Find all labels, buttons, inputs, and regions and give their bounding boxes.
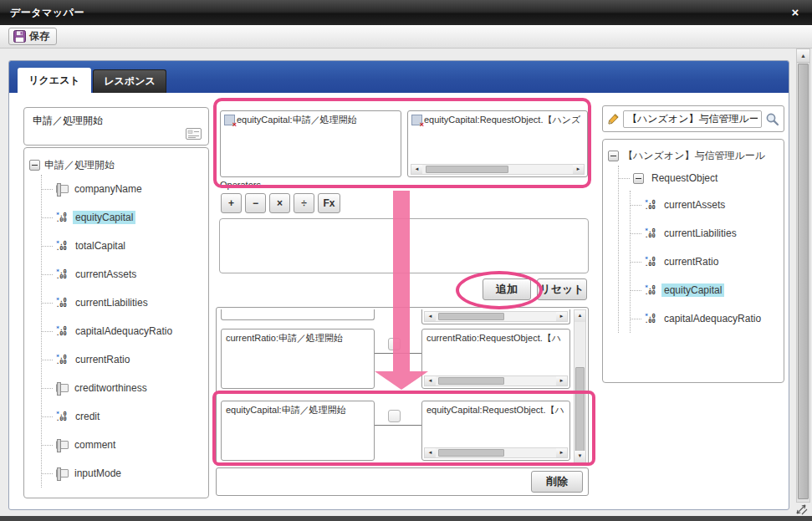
- mapping-checkbox[interactable]: [388, 410, 401, 422]
- scroll-left-icon[interactable]: ◄: [425, 376, 436, 386]
- scrollbar-track[interactable]: [436, 312, 556, 321]
- tree-item-label: capitalAdequacyRatio: [73, 324, 175, 338]
- scroll-right-icon[interactable]: ►: [573, 165, 584, 174]
- delete-row-box: 削除: [216, 467, 589, 496]
- tree-item-credit[interactable]: *.0.00credit: [42, 402, 203, 431]
- horizontal-scrollbar[interactable]: ◄►: [424, 447, 568, 458]
- tree-item-label: capitalAdequacyRatio: [661, 312, 763, 325]
- reset-button[interactable]: リセット: [537, 278, 587, 300]
- tree-item-inputMode[interactable]: inputMode: [42, 459, 203, 488]
- mapping-source-box-partial: [221, 309, 375, 320]
- number-type-icon: *.0.00: [56, 240, 69, 252]
- save-button[interactable]: 保存: [8, 28, 57, 45]
- target-search-box: [602, 105, 784, 132]
- scroll-right-icon[interactable]: ►: [556, 376, 567, 386]
- tree-item-currentAssets[interactable]: *.0.00currentAssets: [631, 191, 779, 219]
- add-button[interactable]: 追加: [483, 278, 531, 300]
- mapping-target-box[interactable]: currentRatio:RequestObject.【ハ◄►: [421, 329, 570, 389]
- scroll-left-icon[interactable]: ◄: [425, 312, 436, 321]
- scroll-down-icon[interactable]: ▼: [575, 451, 585, 462]
- delete-button[interactable]: 削除: [531, 471, 583, 493]
- collapse-icon[interactable]: [608, 151, 619, 161]
- tab-response[interactable]: レスポンス: [93, 69, 166, 93]
- tree-item-currentAssets[interactable]: *.0.00currentAssets: [42, 260, 203, 289]
- scroll-right-icon[interactable]: ►: [556, 312, 567, 321]
- mapping-source-text: currentRatio:申請／処理開始: [226, 333, 343, 343]
- tree-item-label: inputMode: [72, 467, 124, 480]
- scrollbar-track[interactable]: [436, 448, 556, 457]
- source-node-header-box: 申請／処理開始: [23, 107, 209, 146]
- source-tree-root[interactable]: 申請／処理開始: [29, 155, 203, 175]
- operator-function-button[interactable]: Fx: [318, 193, 340, 213]
- horizontal-scrollbar[interactable]: ◄►: [424, 375, 568, 386]
- tree-item-equityCapital[interactable]: *.0.00equityCapital: [631, 276, 779, 304]
- scroll-up-icon[interactable]: ▲: [575, 310, 585, 322]
- toolbar: 保存: [0, 25, 812, 49]
- operator-plus-button[interactable]: +: [221, 193, 242, 213]
- source-node-header-label: 申請／処理開始: [24, 108, 208, 128]
- target-tree-root[interactable]: 【ハンズオン】与信管理ルール: [608, 146, 779, 166]
- operator-divide-button[interactable]: ÷: [294, 193, 314, 213]
- tree-item-companyName[interactable]: companyName: [42, 175, 203, 203]
- tree-item-currentRatio[interactable]: *.0.00currentRatio: [42, 345, 203, 374]
- target-search-input[interactable]: [623, 110, 762, 128]
- string-type-icon: [56, 384, 69, 392]
- formula-input[interactable]: [219, 218, 589, 273]
- collapse-icon[interactable]: [633, 173, 644, 184]
- tab-request[interactable]: リクエスト: [18, 68, 91, 93]
- tree-item-currentRatio[interactable]: *.0.00currentRatio: [631, 248, 779, 276]
- number-type-icon: *.0.00: [56, 325, 69, 337]
- scroll-up-icon[interactable]: ▲: [797, 49, 809, 63]
- mapping-source-text: equityCapital:申請／処理開始: [226, 405, 346, 415]
- scrollbar-thumb[interactable]: [426, 166, 508, 173]
- scroll-left-icon[interactable]: ◄: [425, 448, 436, 457]
- tree-item-comment[interactable]: comment: [42, 431, 203, 459]
- tree-item-currentLiabilities[interactable]: *.0.00currentLiabilities: [631, 219, 779, 248]
- mapping-checkbox[interactable]: [388, 338, 401, 350]
- tree-item-totalCapital[interactable]: *.0.00totalCapital: [42, 232, 203, 260]
- horizontal-scrollbar[interactable]: ◄►: [424, 311, 568, 322]
- operator-multiply-button[interactable]: ×: [269, 193, 290, 213]
- mapping-target-box[interactable]: equityCapital:RequestObject.【ハ◄►: [421, 401, 570, 461]
- scroll-left-icon[interactable]: ◄: [411, 165, 422, 174]
- search-icon[interactable]: [765, 112, 779, 126]
- target-tree-node-requestobject[interactable]: RequestObject: [619, 166, 779, 191]
- scrollbar-track[interactable]: [422, 165, 573, 174]
- expression-target-text: equityCapital:RequestObject.【ハンズ: [424, 115, 580, 125]
- tree-item-label: currentLiabilities: [661, 227, 739, 240]
- resize-grip-icon[interactable]: [794, 503, 810, 516]
- target-tree-box: 【ハンズオン】与信管理ルール RequestObject *.0.00curre…: [602, 139, 784, 383]
- collapse-icon[interactable]: [29, 160, 40, 171]
- mapping-row: currentRatio:申請／処理開始currentRatio:Request…: [217, 329, 589, 389]
- string-type-icon: [56, 469, 69, 478]
- horizontal-scrollbar[interactable]: ◄►: [411, 164, 585, 175]
- scrollbar-thumb[interactable]: [438, 313, 504, 320]
- mapping-source-box[interactable]: equityCapital:申請／処理開始: [221, 401, 375, 461]
- window-titlebar: データマッパー ×: [0, 0, 812, 25]
- expression-source-box[interactable]: equityCapital:申請／処理開始: [220, 110, 401, 177]
- scrollbar-track[interactable]: [436, 376, 556, 386]
- scrollbar-thumb[interactable]: [438, 449, 504, 457]
- scrollbar-thumb[interactable]: [438, 377, 504, 385]
- expression-target-box[interactable]: equityCapital:RequestObject.【ハンズ ◄►: [407, 110, 588, 177]
- scrollbar-thumb[interactable]: [575, 367, 585, 452]
- close-icon[interactable]: ×: [787, 4, 804, 21]
- scroll-right-icon[interactable]: ►: [556, 448, 567, 457]
- tree-item-currentLiabilities[interactable]: *.0.00currentLiabilities: [42, 289, 203, 317]
- mapping-source-box[interactable]: currentRatio:申請／処理開始: [221, 329, 375, 389]
- tree-item-equityCapital[interactable]: *.0.00equityCapital: [42, 203, 203, 232]
- scrollbar-thumb[interactable]: [798, 64, 809, 499]
- source-tree-children: companyName*.0.00equityCapital*.0.00tota…: [41, 175, 203, 488]
- page-scrollbar[interactable]: ▲: [796, 49, 810, 503]
- tree-item-creditworthiness[interactable]: creditworthiness: [42, 374, 203, 402]
- tree-item-capitalAdequacyRatio[interactable]: *.0.00capitalAdequacyRatio: [631, 304, 779, 333]
- field-chip-icon: [224, 115, 235, 125]
- operators-row: +−×÷Fx: [221, 193, 388, 213]
- vertical-scrollbar[interactable]: ▲ ▼: [574, 309, 586, 463]
- operator-minus-button[interactable]: −: [245, 193, 266, 213]
- source-tree-box: 申請／処理開始 companyName*.0.00equityCapital*.…: [23, 147, 209, 498]
- tree-item-label: currentRatio: [73, 353, 132, 366]
- number-type-icon: *.0.00: [56, 212, 69, 223]
- tree-item-capitalAdequacyRatio[interactable]: *.0.00capitalAdequacyRatio: [42, 317, 203, 345]
- target-tree-children: *.0.00currentAssets*.0.00currentLiabilit…: [630, 191, 779, 333]
